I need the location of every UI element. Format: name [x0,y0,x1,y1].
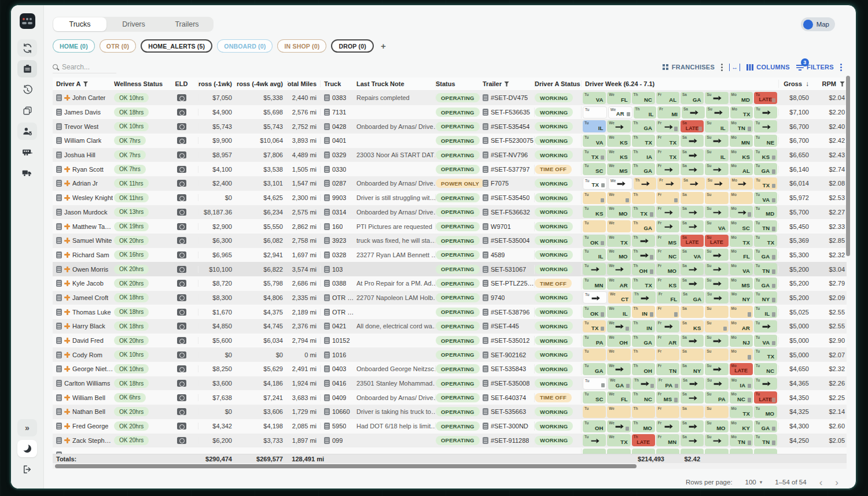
week-day-cell[interactable] [656,449,679,454]
week-day-cell[interactable]: Sa [681,434,704,446]
week-day-cell[interactable]: FrPA [657,377,680,390]
week-day-cell[interactable]: ThIL [634,106,657,119]
week-day-cell[interactable]: ThOH [632,363,655,375]
week-day-cell[interactable]: FrAR [656,335,679,347]
filters-button[interactable]: 3 FILTERS [796,64,834,71]
week-day-cell[interactable]: Th [632,349,655,361]
rows-per-page-select[interactable]: 100 ▾ [745,479,763,486]
week-day-cell[interactable]: TuTX [583,320,606,332]
week-day-cell[interactable]: MoIA [730,377,753,390]
more-options-icon[interactable] [721,64,723,65]
week-day-cell[interactable]: Tu [754,120,777,132]
week-day-cell[interactable]: SuMO [705,420,728,432]
table-row[interactable]: Thomas LukeOK 18hrs$1,670$4,3752,189 miO… [53,305,847,319]
col-rpm[interactable]: RPM [811,80,846,87]
chip-onboard-0-[interactable]: ONBOARD (0) [217,39,273,53]
week-day-cell[interactable]: TuTN [754,434,777,446]
week-day-cell[interactable]: ThNC [632,391,655,404]
week-day-cell[interactable]: TuIL [754,306,777,318]
week-day-cell[interactable]: MoTX [730,235,753,247]
week-day-cell[interactable]: FrKS [656,277,679,290]
week-day-cell[interactable]: WeKS [607,135,630,147]
week-day-cell[interactable]: Sa [681,406,704,418]
col-driver-a[interactable]: Driver A [53,80,114,87]
eld-camera-button[interactable] [177,351,186,358]
week-day-cell[interactable]: TuTX [583,149,606,161]
week-day-cell[interactable]: Sa [681,163,704,175]
rpm-filter-icon[interactable] [840,82,845,87]
week-day-cell[interactable]: TuLATE [754,391,777,404]
week-day-cell[interactable]: WeOH [607,335,630,347]
week-day-cell[interactable]: FrFL [657,291,680,303]
week-day-cell[interactable]: Fr [656,120,679,132]
week-day-cell[interactable]: Sa [681,135,704,147]
week-day-cell[interactable]: ThMO [632,420,655,432]
eld-camera-button[interactable] [177,151,186,158]
table-row[interactable]: Owen MorrisOK 20hrs$10,100$6,8223,574 mi… [53,262,847,276]
week-day-cell[interactable]: Sa [681,277,704,290]
tab-trucks[interactable]: Trucks [53,17,106,31]
week-day-cell[interactable]: Sa [681,391,704,404]
col-trailer[interactable]: Trailer [483,80,534,87]
eld-camera-button[interactable] [177,194,186,201]
table-row[interactable]: Cody RomOK 10hrs$0$00 mi1016OPERATINGSET… [53,347,847,362]
dark-mode-button[interactable] [17,440,37,457]
week-day-cell[interactable]: Tu [754,106,777,119]
week-day-cell[interactable]: TuSC [583,391,606,404]
week-day-cell[interactable]: Su [705,249,728,261]
week-day-cell[interactable]: Fr [656,320,679,332]
week-day-cell[interactable]: Fr [656,420,679,432]
week-day-cell[interactable]: ThIN [632,320,655,332]
week-day-cell[interactable]: FrTN [656,363,679,375]
col-truck[interactable]: Truck [321,80,356,87]
week-day-cell[interactable] [632,449,655,454]
table-row[interactable]: William BellOK 6hrs$7,638$7,2413,683 mi0… [53,390,847,405]
eld-camera-button[interactable] [177,266,186,273]
week-day-cell[interactable]: Th [634,177,657,190]
week-day-cell[interactable]: Su [705,277,728,290]
week-day-cell[interactable]: TuVA [583,92,606,104]
week-day-cell[interactable]: WeFL [607,92,630,104]
horizontal-scrollbar[interactable] [53,463,847,469]
week-day-cell[interactable]: Tu [583,106,607,119]
week-day-cell[interactable]: Su [705,406,728,418]
week-day-cell[interactable]: TuPA [583,335,606,347]
week-day-cell[interactable]: We [607,220,630,232]
more-filters-icon[interactable] [840,64,842,65]
tab-drivers[interactable]: Drivers [107,17,160,32]
week-day-cell[interactable]: Su [705,163,728,175]
week-day-cell[interactable]: WeMO [607,249,630,261]
week-day-cell[interactable]: Su [705,263,728,275]
week-day-cell[interactable]: Sa [681,149,704,161]
week-day-cell[interactable]: TuVA [754,192,777,204]
week-day-cell[interactable]: SaLATE [681,120,704,132]
week-day-cell[interactable]: Sa [681,349,704,361]
chip-home-alerts-5-[interactable]: HOME_ALERTS (5) [141,39,212,53]
week-day-cell[interactable]: WeTX [607,434,630,446]
table-row[interactable]: Harry BlackOK 18hrs$4,850$4,7452,376 mi0… [53,319,847,334]
week-day-cell[interactable]: SuIL [705,149,728,161]
horizontal-scrollbar-thumb[interactable] [55,464,637,468]
week-day-cell[interactable]: MoLATE [730,363,753,375]
week-day-cell[interactable]: We [607,263,630,275]
week-day-cell[interactable]: FrNC [656,249,679,261]
week-day-cell[interactable]: FrMS [656,235,679,247]
table-row[interactable]: Trevor WestOK 10hrs$5,743$5,7432,752 mi0… [53,119,847,134]
week-day-cell[interactable]: ThIN [632,306,655,318]
week-day-cell[interactable]: Th [632,249,655,261]
week-day-cell[interactable]: MoKY [730,420,753,432]
week-day-cell[interactable]: FrMS [656,391,679,404]
eld-camera-button[interactable] [177,109,186,116]
table-row[interactable]: Matthew Tay…OK 19hrs$2,900$5,5502,862 mi… [53,219,847,234]
week-day-cell[interactable]: MoNY [730,291,753,303]
week-day-cell[interactable]: TuKS [754,149,777,161]
week-day-cell[interactable]: Mo [730,349,753,361]
table-row[interactable]: James DavisOK 18hrs$4,900$5,6982,576 mi7… [53,105,847,120]
week-day-cell[interactable]: SaNY [681,363,704,375]
sidebar-drivers-button[interactable] [17,123,37,140]
week-day-cell[interactable]: Th [632,235,655,247]
week-day-cell[interactable]: We [607,320,630,332]
sidebar-trailers-button[interactable] [17,143,37,161]
week-day-cell[interactable]: We [608,177,632,190]
week-day-cell[interactable]: Tu [583,220,606,232]
